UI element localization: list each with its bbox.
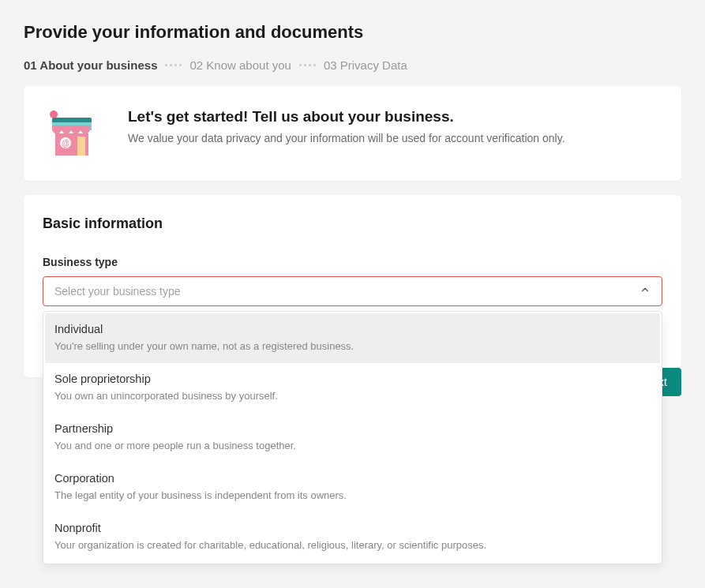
option-title: Sole proprietorship <box>54 373 651 385</box>
form-card: Basic information Business type Select y… <box>24 195 681 377</box>
intro-heading: Let's get started! Tell us about your bu… <box>128 108 565 125</box>
option-partnership[interactable]: Partnership You and one or more people r… <box>45 413 660 463</box>
svg-rect-4 <box>77 137 85 155</box>
svg-point-0 <box>50 110 58 118</box>
option-desc: You and one or more people run a busines… <box>54 440 651 451</box>
intro-subtext: We value your data privacy and your info… <box>128 132 565 144</box>
option-desc: You own an unincorporated business by yo… <box>54 390 651 402</box>
intro-card: @ Let's get started! Tell us about your … <box>24 86 681 181</box>
chevron-up-icon <box>639 284 651 298</box>
step-3: 03 Privacy Data <box>324 58 407 72</box>
option-corporation[interactable]: Corporation The legal entity of your bus… <box>45 463 660 512</box>
option-title: Individual <box>54 323 651 335</box>
option-desc: You're selling under your own name, not … <box>54 340 651 352</box>
option-title: Nonprofit <box>54 522 651 534</box>
business-type-dropdown: Individual You're selling under your own… <box>43 311 662 564</box>
option-individual[interactable]: Individual You're selling under your own… <box>45 313 660 363</box>
option-desc: The legal entity of your business is ind… <box>54 489 651 501</box>
page-title: Provide your information and documents <box>24 22 681 43</box>
store-icon: @ <box>44 108 95 159</box>
section-title: Basic information <box>43 215 662 232</box>
option-title: Corporation <box>54 472 651 485</box>
step-1: 01 About your business <box>24 58 157 72</box>
step-separator <box>299 64 316 66</box>
step-separator <box>165 64 182 66</box>
step-indicator: 01 About your business 02 Know about you… <box>24 58 681 72</box>
option-nonprofit[interactable]: Nonprofit Your organization is created f… <box>45 512 660 562</box>
business-type-label: Business type <box>43 256 662 268</box>
option-title: Partnership <box>54 422 651 435</box>
step-2: 02 Know about you <box>189 58 291 72</box>
svg-text:@: @ <box>62 139 69 148</box>
select-placeholder: Select your business type <box>54 285 181 298</box>
option-desc: Your organization is created for charita… <box>54 539 651 551</box>
business-type-select[interactable]: Select your business type <box>43 276 662 306</box>
option-sole-proprietorship[interactable]: Sole proprietorship You own an unincorpo… <box>45 363 660 413</box>
